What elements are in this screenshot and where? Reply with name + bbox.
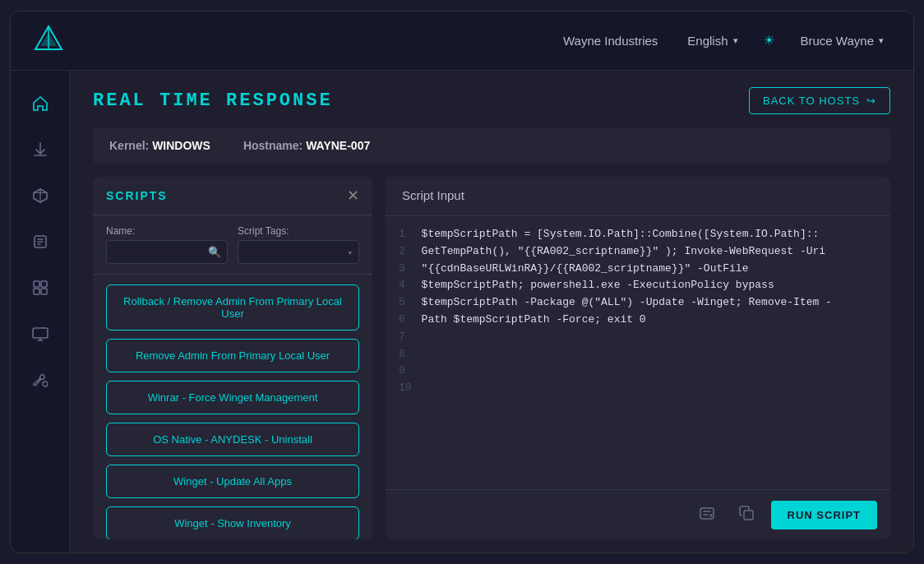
list-item[interactable]: Rollback / Remove Admin From Primary Loc… xyxy=(106,284,359,331)
sidebar-item-cube[interactable] xyxy=(21,176,60,215)
line-number: 5 xyxy=(399,294,412,312)
line-number: 8 xyxy=(399,346,412,363)
kernel-info: Kernel: WINDOWS xyxy=(109,139,210,152)
list-item[interactable]: Winget - Show Inventory xyxy=(106,506,359,539)
scripts-title: SCRIPTS xyxy=(106,189,168,202)
line-number: 6 xyxy=(399,312,412,329)
sidebar-item-home[interactable] xyxy=(21,84,60,123)
topbar: Wayne Industries English ▾ ☀ Bruce Wayne… xyxy=(11,12,913,71)
copy-code-icon xyxy=(737,504,755,526)
theme-toggle[interactable]: ☀ xyxy=(755,26,784,56)
code-area: 12345678910 $tempScriptPath = [System.IO… xyxy=(386,216,890,489)
svg-rect-7 xyxy=(34,289,39,294)
clear-code-icon xyxy=(698,504,716,526)
sidebar-item-tools[interactable] xyxy=(21,360,60,400)
host-info-bar: Kernel: WINDOWS Hostname: WAYNE-007 xyxy=(93,127,890,164)
svg-rect-8 xyxy=(41,289,47,294)
svg-rect-6 xyxy=(41,281,47,287)
back-to-hosts-label: BACK TO HOSTS xyxy=(763,95,860,107)
tags-filter-label: Script Tags: xyxy=(238,225,359,237)
line-number: 1 xyxy=(399,226,412,243)
scripts-close-button[interactable]: ✕ xyxy=(347,188,359,203)
svg-rect-9 xyxy=(33,328,48,338)
code-panel-header: Script Input xyxy=(386,177,890,216)
svg-rect-11 xyxy=(700,508,714,519)
svg-rect-5 xyxy=(34,281,39,287)
content-area: REAL TIME RESPONSE BACK TO HOSTS ↪ Kerne… xyxy=(70,71,913,552)
language-label: English xyxy=(687,34,728,48)
line-number: 7 xyxy=(399,329,412,346)
sidebar xyxy=(11,71,70,552)
scripts-panel: SCRIPTS ✕ Name: 🔍 Script Tags: xyxy=(93,177,372,539)
list-item[interactable]: Winget - Update All Apps xyxy=(106,465,359,498)
svg-rect-12 xyxy=(744,511,753,520)
code-panel: Script Input 12345678910 $tempScriptPath… xyxy=(386,177,890,539)
topbar-right: Wayne Industries English ▾ ☀ Bruce Wayne… xyxy=(550,26,894,56)
line-numbers: 12345678910 xyxy=(386,226,422,479)
code-content[interactable]: $tempScriptPath = [System.IO.Path]::Comb… xyxy=(422,226,890,479)
code-panel-title: Script Input xyxy=(402,188,464,202)
line-number: 10 xyxy=(399,380,412,397)
back-to-hosts-button[interactable]: BACK TO HOSTS ↪ xyxy=(749,87,890,114)
line-number: 4 xyxy=(399,277,412,294)
page-header: REAL TIME RESPONSE BACK TO HOSTS ↪ xyxy=(70,71,913,127)
theme-icon: ☀ xyxy=(764,30,774,51)
sidebar-item-grid[interactable] xyxy=(21,268,60,307)
tags-filter-wrapper: ▾ xyxy=(238,240,359,264)
line-number: 9 xyxy=(399,363,412,380)
name-filter-wrapper: 🔍 xyxy=(106,240,228,264)
copy-code-button[interactable] xyxy=(732,500,761,529)
run-script-label: RUN SCRIPT xyxy=(788,509,861,521)
sidebar-item-download[interactable] xyxy=(21,130,60,169)
sidebar-item-monitor[interactable] xyxy=(21,314,60,354)
language-chevron-icon: ▾ xyxy=(733,35,738,46)
user-name: Bruce Wayne xyxy=(801,34,874,48)
tags-filter-select[interactable] xyxy=(238,240,359,264)
sidebar-item-tasks[interactable] xyxy=(21,222,60,261)
main-layout: REAL TIME RESPONSE BACK TO HOSTS ↪ Kerne… xyxy=(11,71,913,552)
scripts-header: SCRIPTS ✕ xyxy=(93,177,372,215)
list-item[interactable]: Winrar - Force Winget Management xyxy=(106,381,359,414)
lower-area: SCRIPTS ✕ Name: 🔍 Script Tags: xyxy=(70,177,913,552)
name-filter-label: Name: xyxy=(106,225,228,237)
user-chevron-icon: ▾ xyxy=(879,35,884,46)
code-footer: RUN SCRIPT xyxy=(386,489,890,539)
scripts-filters: Name: 🔍 Script Tags: xyxy=(93,215,372,275)
org-name: Wayne Industries xyxy=(550,34,671,48)
list-item[interactable]: OS Native - ANYDESK - Uninstall xyxy=(106,423,359,456)
search-icon: 🔍 xyxy=(208,246,221,259)
language-selector[interactable]: English ▾ xyxy=(677,27,747,54)
svg-point-10 xyxy=(43,381,48,386)
app-frame: Wayne Industries English ▾ ☀ Bruce Wayne… xyxy=(10,11,914,553)
line-number: 3 xyxy=(399,261,412,278)
run-script-button[interactable]: RUN SCRIPT xyxy=(771,501,877,529)
back-to-hosts-icon: ↪ xyxy=(866,95,876,107)
clear-code-button[interactable] xyxy=(692,500,722,529)
scripts-list: Rollback / Remove Admin From Primary Loc… xyxy=(93,275,372,539)
user-menu[interactable]: Bruce Wayne ▾ xyxy=(791,27,894,54)
hostname-info: Hostname: WAYNE-007 xyxy=(243,139,370,152)
logo xyxy=(30,23,67,59)
line-number: 2 xyxy=(399,243,412,261)
name-filter-group: Name: 🔍 xyxy=(106,225,228,264)
tags-filter-group: Script Tags: ▾ xyxy=(238,225,359,264)
list-item[interactable]: Remove Admin From Primary Local User xyxy=(106,339,359,372)
page-title: REAL TIME RESPONSE xyxy=(93,90,333,111)
